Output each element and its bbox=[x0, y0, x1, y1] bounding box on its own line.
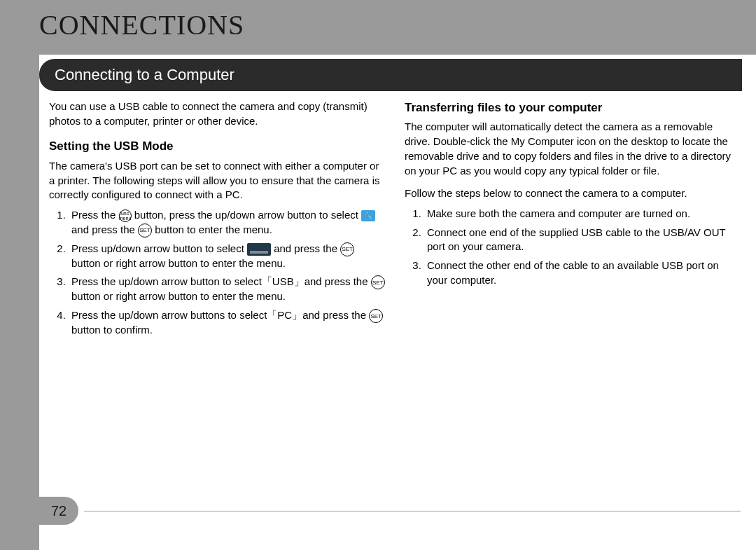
transfer-paragraph-1: The computer will automatically detect t… bbox=[405, 120, 741, 178]
set-icon: SET bbox=[340, 242, 354, 256]
transfer-heading: Transferring files to your computer bbox=[405, 99, 741, 116]
text: button, press the up/down arrow button t… bbox=[134, 209, 361, 221]
usb-mode-paragraph: The camera's USB port can be set to conn… bbox=[49, 159, 385, 202]
text: and press the bbox=[71, 224, 138, 235]
set-icon: SET bbox=[369, 309, 383, 323]
list-item: Make sure both the camera and computer a… bbox=[424, 207, 741, 221]
footer-divider bbox=[84, 511, 741, 511]
connect-steps: Make sure both the camera and computer a… bbox=[405, 207, 741, 287]
set-icon: SET bbox=[371, 275, 385, 289]
text: button to enter the menu. bbox=[155, 224, 272, 235]
text: Press the bbox=[71, 209, 119, 221]
icon-label: SET bbox=[342, 247, 353, 252]
page-number: 72 bbox=[51, 503, 66, 519]
list-item: Press up/down arrow button to select and… bbox=[69, 242, 385, 271]
usb-mode-steps: Press the func. menu button, press the u… bbox=[49, 208, 385, 338]
page-number-badge: 72 bbox=[39, 497, 78, 525]
list-item: Press the up/down arrow button to select… bbox=[69, 275, 385, 304]
transfer-paragraph-2: Follow the steps below to connect the ca… bbox=[405, 186, 741, 201]
section-bar: Connecting to a Computer bbox=[39, 59, 742, 91]
section-title: Connecting to a Computer bbox=[55, 66, 234, 84]
icon-glyph: 🔧 bbox=[364, 211, 372, 221]
list-item: Press the up/down arrow buttons to selec… bbox=[69, 308, 385, 338]
left-rail bbox=[0, 0, 39, 550]
text: button or right arrow button to enter th… bbox=[71, 257, 286, 269]
set-icon: SET bbox=[138, 224, 152, 238]
content-grid: You can use a USB cable to connect the c… bbox=[49, 99, 741, 342]
icon-label: SET bbox=[372, 280, 384, 286]
text: Press the up/down arrow buttons to selec… bbox=[71, 309, 369, 321]
right-column: Transferring files to your computer The … bbox=[405, 99, 741, 342]
usb-mode-heading: Setting the USB Mode bbox=[49, 138, 385, 154]
list-item: Press the func. menu button, press the u… bbox=[69, 208, 385, 238]
text: Press the up/down arrow button to select… bbox=[71, 275, 371, 287]
settings-screen-icon bbox=[247, 243, 271, 256]
text: and press the bbox=[274, 242, 340, 254]
manual-page: { "page_number": "72", "chapter_title": … bbox=[0, 0, 756, 550]
list-item: Connect one end of the supplied USB cabl… bbox=[424, 226, 741, 254]
icon-label: SET bbox=[370, 314, 382, 319]
chapter-title: CONNECTIONS bbox=[39, 8, 244, 41]
icon-label: func. menu bbox=[119, 211, 132, 221]
wrench-icon: 🔧 bbox=[361, 210, 375, 221]
left-column: You can use a USB cable to connect the c… bbox=[49, 99, 385, 342]
text: button or right arrow button to enter th… bbox=[71, 290, 286, 302]
text: button to confirm. bbox=[71, 324, 153, 336]
text: Press up/down arrow button to select bbox=[71, 242, 247, 254]
icon-label: SET bbox=[139, 228, 150, 233]
intro-paragraph: You can use a USB cable to connect the c… bbox=[49, 99, 385, 128]
list-item: Connect the other end of the cable to an… bbox=[424, 259, 741, 287]
func-menu-icon: func. menu bbox=[119, 209, 132, 222]
